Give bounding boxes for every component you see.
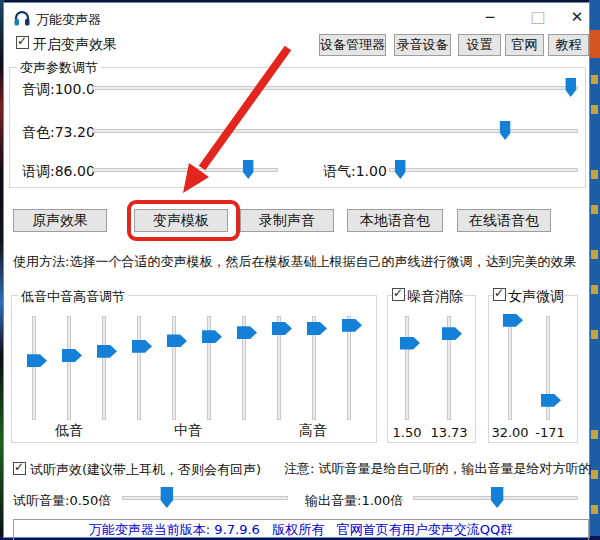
female-groupbox: 32.00 -171 <box>488 295 578 443</box>
pitch-slider-handle[interactable] <box>565 78 576 97</box>
female-value-2: -171 <box>526 425 574 440</box>
recording-device-button[interactable]: 录音设备 <box>394 34 451 56</box>
enable-effect-checkbox[interactable]: ✓ <box>16 36 29 49</box>
timbre-slider[interactable] <box>92 121 578 141</box>
settings-button[interactable]: 设置 <box>458 34 501 56</box>
eq-slider-2-track[interactable] <box>67 316 71 420</box>
eq-slider-3-track[interactable] <box>102 316 106 420</box>
noise-slider-1-track[interactable] <box>405 316 409 420</box>
noise-groupbox: 1.50 13.73 <box>387 295 476 443</box>
monitor-checkbox[interactable]: ✓ <box>13 462 26 475</box>
desktop-edge-right <box>589 0 600 540</box>
output-volume-handle[interactable] <box>491 487 504 508</box>
online-voicepack-button[interactable]: 在线语音包 <box>457 209 551 232</box>
eq-slider-4-track[interactable] <box>137 316 141 420</box>
eq-slider-6-handle[interactable] <box>202 330 222 343</box>
female-slider-2-handle[interactable] <box>541 394 561 407</box>
maximize-button-icon[interactable]: □ <box>521 3 555 31</box>
noise-label: 噪音消除 <box>407 288 463 306</box>
female-slider-1-handle[interactable] <box>503 314 523 327</box>
volume-note: 注意: 试听音量是给自己听的，输出音量是给对方听的 <box>284 460 592 478</box>
params-group-title: 变声参数调节 <box>17 59 101 77</box>
eq-slider-1-track[interactable] <box>32 316 36 420</box>
pitch-slider-track[interactable] <box>92 86 578 90</box>
noise-value-1: 1.50 <box>383 425 431 440</box>
noise-value-2: 13.73 <box>425 425 473 440</box>
bass-label: 低音 <box>55 422 83 440</box>
tutorial-button[interactable]: 教程 <box>548 34 589 56</box>
usage-instructions: 使用方法:选择一个合适的变声模板，然后在模板基础上根据自己的声线进行微调，达到完… <box>13 253 576 271</box>
eq-slider-7-handle[interactable] <box>237 326 257 339</box>
window-title: 万能变声器 <box>36 11 101 29</box>
pitch-slider[interactable] <box>92 78 578 98</box>
eq-slider-3-handle[interactable] <box>97 345 117 358</box>
tone-slider-track[interactable] <box>389 168 578 172</box>
monitor-volume-label: 试听音量:0.50倍 <box>13 492 111 510</box>
eq-slider-9-handle[interactable] <box>307 322 327 335</box>
eq-slider-4-handle[interactable] <box>132 340 152 353</box>
local-voicepack-button[interactable]: 本地语音包 <box>347 209 443 232</box>
checkmark-icon: ✓ <box>14 460 24 474</box>
eq-slider-5-handle[interactable] <box>167 334 187 347</box>
monitor-label: 试听声效(建议带上耳机，否则会有回声) <box>30 461 261 479</box>
close-button-icon[interactable]: ✕ <box>560 3 594 31</box>
intonation-slider[interactable] <box>92 160 278 180</box>
eq-slider-2-handle[interactable] <box>62 349 82 362</box>
record-sound-button[interactable]: 录制声音 <box>240 209 334 232</box>
status-bar: 万能变声器当前版本: 9.7.9.6 版权所有 官网首页有用户变声交流QQ群 <box>13 519 589 540</box>
eq-groupbox: 低音 中音 高音 <box>11 295 377 443</box>
noise-slider-1-handle[interactable] <box>400 337 420 350</box>
app-window: 万能变声器 ─ □ ✕ ✓ 开启变声效果 设备管理器 录音设备 设置 官网 教程… <box>3 2 590 538</box>
checkmark-icon: ✓ <box>494 286 504 300</box>
monitor-volume-track[interactable] <box>122 496 288 500</box>
tone-label: 语气:1.00 <box>323 163 387 181</box>
desktop: 万能变声器 ─ □ ✕ ✓ 开启变声效果 设备管理器 录音设备 设置 官网 教程… <box>0 0 600 540</box>
eq-slider-10-handle[interactable] <box>342 319 362 332</box>
monitor-volume-handle[interactable] <box>160 487 173 508</box>
eq-slider-5-track[interactable] <box>172 316 176 420</box>
checkmark-icon: ✓ <box>393 286 403 300</box>
intonation-slider-handle[interactable] <box>243 160 254 179</box>
original-sound-button[interactable]: 原声效果 <box>13 209 107 232</box>
treble-label: 高音 <box>299 422 327 440</box>
checkmark-icon: ✓ <box>17 34 27 48</box>
minimize-button-icon[interactable]: ─ <box>473 3 507 31</box>
tone-slider[interactable] <box>389 160 578 180</box>
device-manager-button[interactable]: 设备管理器 <box>319 34 386 56</box>
mid-label: 中音 <box>174 422 202 440</box>
female-slider-1-track[interactable] <box>508 316 512 420</box>
timbre-label: 音色:73.20 <box>22 124 95 142</box>
desktop-icon <box>589 30 600 58</box>
monitor-volume-slider[interactable] <box>122 487 288 509</box>
enable-effect-label: 开启变声效果 <box>33 36 117 54</box>
pitch-label: 音调:100.0 <box>22 81 95 99</box>
output-volume-label: 输出音量:1.00倍 <box>305 492 403 510</box>
noise-checkbox[interactable]: ✓ <box>392 288 405 301</box>
eq-group-title: 低音中音高音调节 <box>18 288 128 306</box>
eq-slider-1-handle[interactable] <box>27 354 47 367</box>
eq-slider-8-handle[interactable] <box>272 322 292 335</box>
intonation-label: 语调:86.00 <box>22 163 95 181</box>
female-label: 女声微调 <box>508 288 564 306</box>
noise-slider-2-handle[interactable] <box>442 327 462 340</box>
headphone-app-icon <box>13 9 31 27</box>
female-checkbox[interactable]: ✓ <box>493 288 506 301</box>
tone-slider-handle[interactable] <box>395 160 406 179</box>
output-volume-slider[interactable] <box>413 487 578 509</box>
voice-template-button[interactable]: 变声模板 <box>134 209 228 232</box>
official-site-button[interactable]: 官网 <box>505 34 544 56</box>
timbre-slider-handle[interactable] <box>500 121 511 140</box>
